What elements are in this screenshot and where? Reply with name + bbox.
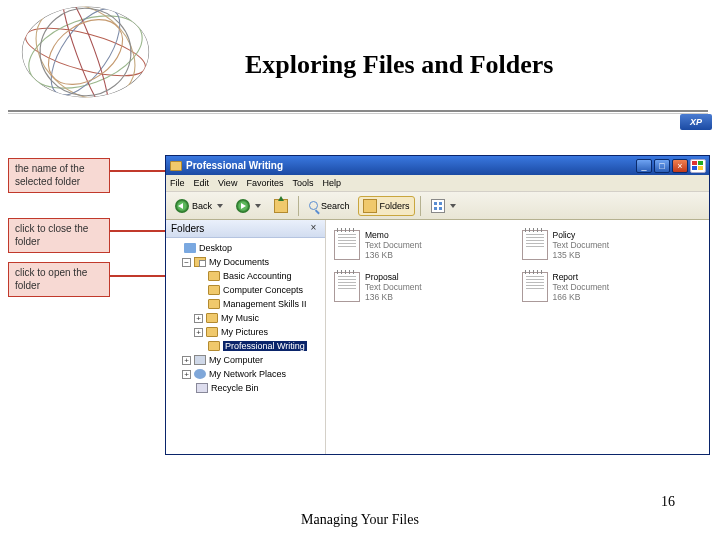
minimize-button[interactable]: _ xyxy=(636,159,652,173)
views-icon xyxy=(431,199,445,213)
toolbar-separator xyxy=(298,196,299,216)
windows-flag-icon xyxy=(690,159,706,173)
folder-icon xyxy=(170,161,182,171)
text-document-icon xyxy=(334,272,360,302)
svg-point-5 xyxy=(38,2,133,102)
folders-icon xyxy=(363,199,377,213)
tree-my-music[interactable]: +My Music xyxy=(170,311,323,325)
forward-arrow-icon xyxy=(236,199,250,213)
folder-icon xyxy=(206,327,218,337)
tree-desktop[interactable]: Desktop xyxy=(170,241,323,255)
desktop-icon xyxy=(184,243,196,253)
tree-network-places[interactable]: +My Network Places xyxy=(170,367,323,381)
callout-click-to-open: click to open the folder xyxy=(8,262,110,297)
text-document-icon xyxy=(334,230,360,260)
svg-rect-9 xyxy=(692,161,697,165)
folders-pane-header: Folders × xyxy=(166,220,325,238)
recycle-bin-icon xyxy=(196,383,208,393)
callout-name-of-selected-folder: the name of the selected folder xyxy=(8,158,110,193)
expand-button[interactable]: + xyxy=(194,314,203,323)
chevron-down-icon xyxy=(450,204,456,208)
menu-edit[interactable]: Edit xyxy=(194,178,210,188)
tree-basic-accounting[interactable]: Basic Accounting xyxy=(170,269,323,283)
chevron-down-icon xyxy=(255,204,261,208)
views-button[interactable] xyxy=(426,196,461,216)
menu-bar: File Edit View Favorites Tools Help xyxy=(166,175,709,192)
folders-pane: Folders × Desktop −My Documents Basic Ac… xyxy=(166,220,326,454)
folder-icon xyxy=(206,313,218,323)
folder-icon xyxy=(208,271,220,281)
header-divider xyxy=(8,110,708,112)
up-folder-icon xyxy=(274,199,288,213)
search-icon xyxy=(309,201,318,210)
menu-view[interactable]: View xyxy=(218,178,237,188)
toolbar: Back Search Folders xyxy=(166,192,709,220)
back-arrow-icon xyxy=(175,199,189,213)
window-title: Professional Writing xyxy=(186,160,634,171)
xp-badge: XP xyxy=(680,114,712,130)
network-places-icon xyxy=(194,369,206,379)
arrow-line xyxy=(110,170,172,172)
close-button[interactable]: × xyxy=(672,159,688,173)
back-button[interactable]: Back xyxy=(170,196,228,216)
tree-computer-concepts[interactable]: Computer Concepts xyxy=(170,283,323,297)
up-button[interactable] xyxy=(269,196,293,216)
expand-button[interactable]: + xyxy=(182,356,191,365)
maximize-button[interactable]: □ xyxy=(654,159,670,173)
file-item[interactable]: PolicyText Document135 KB xyxy=(522,230,710,272)
chevron-down-icon xyxy=(217,204,223,208)
menu-help[interactable]: Help xyxy=(322,178,341,188)
folder-open-icon xyxy=(208,341,220,351)
svg-rect-10 xyxy=(698,161,703,165)
folder-tree: Desktop −My Documents Basic Accounting C… xyxy=(166,238,325,398)
file-item[interactable]: ProposalText Document136 KB xyxy=(334,272,522,314)
my-computer-icon xyxy=(194,355,206,365)
page-number: 16 xyxy=(661,494,675,510)
svg-rect-12 xyxy=(698,166,703,170)
menu-tools[interactable]: Tools xyxy=(292,178,313,188)
file-item[interactable]: MemoText Document136 KB xyxy=(334,230,522,272)
tree-my-pictures[interactable]: +My Pictures xyxy=(170,325,323,339)
folders-pane-close-button[interactable]: × xyxy=(307,222,320,235)
file-item[interactable]: ReportText Document166 KB xyxy=(522,272,710,314)
search-button[interactable]: Search xyxy=(304,198,355,214)
arrow-line xyxy=(110,230,172,232)
tree-professional-writing[interactable]: Professional Writing xyxy=(170,339,323,353)
footer-title: Managing Your Files xyxy=(0,512,720,528)
menu-file[interactable]: File xyxy=(170,178,185,188)
explorer-window: Professional Writing _ □ × File Edit Vie… xyxy=(165,155,710,455)
slide-title: Exploring Files and Folders xyxy=(245,50,553,80)
tree-my-documents[interactable]: −My Documents xyxy=(170,255,323,269)
toolbar-separator xyxy=(420,196,421,216)
svg-rect-11 xyxy=(692,166,697,170)
folder-icon xyxy=(208,285,220,295)
tree-my-computer[interactable]: +My Computer xyxy=(170,353,323,367)
tree-management-skills[interactable]: Management Skills II xyxy=(170,297,323,311)
my-documents-icon xyxy=(194,257,206,267)
expand-button[interactable]: + xyxy=(194,328,203,337)
folders-button[interactable]: Folders xyxy=(358,196,415,216)
content-pane: MemoText Document136 KB PolicyText Docum… xyxy=(326,220,709,454)
callout-click-to-close: click to close the folder xyxy=(8,218,110,253)
decorative-sphere-logo xyxy=(8,2,163,102)
collapse-button[interactable]: − xyxy=(182,258,191,267)
arrow-line xyxy=(110,275,172,277)
forward-button[interactable] xyxy=(231,196,266,216)
expand-button[interactable]: + xyxy=(182,370,191,379)
folder-icon xyxy=(208,299,220,309)
header-divider-thin xyxy=(8,113,708,114)
svg-point-4 xyxy=(17,2,153,102)
folders-pane-title: Folders xyxy=(171,223,204,234)
menu-favorites[interactable]: Favorites xyxy=(246,178,283,188)
text-document-icon xyxy=(522,230,548,260)
window-titlebar: Professional Writing _ □ × xyxy=(166,156,709,175)
tree-recycle-bin[interactable]: Recycle Bin xyxy=(170,381,323,395)
text-document-icon xyxy=(522,272,548,302)
